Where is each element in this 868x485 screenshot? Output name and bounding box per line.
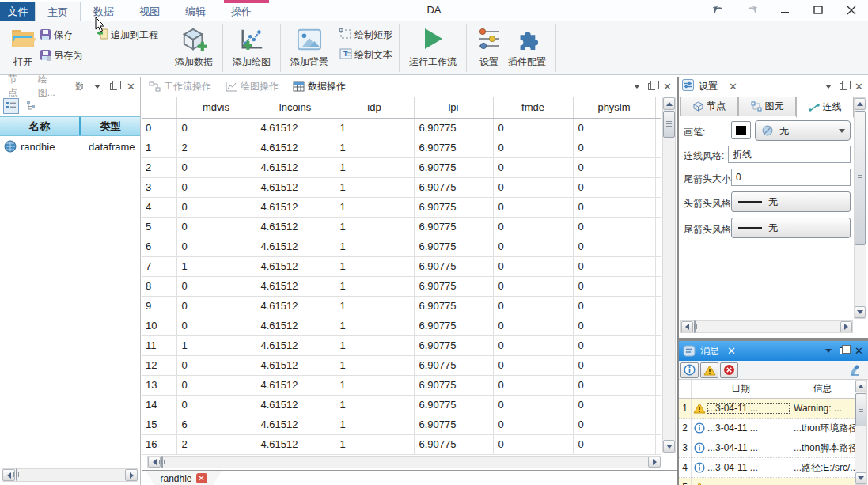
cell[interactable]: 0 [176,395,256,415]
menu-tab-3[interactable]: 视图 [127,2,172,21]
clear-messages-button[interactable] [849,364,862,377]
tab-plots[interactable]: 绘图... [38,73,65,100]
panel-menu-icon[interactable] [825,349,832,353]
cell[interactable]: 0 [493,276,573,296]
cell[interactable]: 1 [655,138,661,157]
column-header[interactable] [142,97,176,118]
cell[interactable]: 0 [493,316,573,335]
cell[interactable]: 1 [335,316,414,335]
cell[interactable]: 6.90775 [414,197,493,217]
cell[interactable]: 1 [335,217,414,237]
cell[interactable]: 0 [493,355,573,375]
cell[interactable]: 4.61512 [256,118,335,138]
cell[interactable]: 0 [573,355,655,375]
cell[interactable]: 0 [493,217,573,237]
cell[interactable]: 4.61512 [256,276,335,296]
cell[interactable]: 1 [335,296,414,316]
float-panel-icon[interactable] [840,83,847,90]
cell[interactable]: 6.90775 [414,415,493,434]
cell[interactable]: 0 [493,177,573,197]
cell[interactable]: 1 [335,237,414,256]
cell[interactable]: 4.61512 [256,157,335,177]
cell[interactable]: 0 [573,197,655,217]
column-header-info[interactable]: 信息 [790,380,855,398]
undo-icon[interactable] [711,3,726,17]
message-row[interactable]: 2...3-04-11 ......thon环境路径... [679,419,855,438]
close-panel-icon[interactable]: ✕ [855,346,863,356]
cell[interactable]: 0 [573,157,655,177]
cell[interactable]: 1 [335,177,414,197]
run-workflow-button[interactable]: 运行工作流 [406,24,460,73]
cell[interactable]: 0 [493,375,573,395]
cell[interactable]: 1 [655,118,661,138]
cell[interactable]: 0 [573,138,655,157]
cell[interactable]: 6.90775 [414,316,493,335]
close-panel-icon[interactable]: ✕ [663,81,672,92]
cell[interactable]: 6.90775 [414,118,493,138]
column-header[interactable]: idp [335,97,414,118]
cell[interactable]: 0 [493,296,573,316]
close-document-icon[interactable]: ✕ [196,473,207,483]
column-header[interactable]: lpi [414,97,493,118]
row-index[interactable]: 15 [142,415,176,434]
settings-vscrollbar[interactable] [854,97,866,319]
cell[interactable]: 1 [655,217,661,237]
redo-icon[interactable] [745,3,759,17]
cell[interactable]: 1 [655,276,661,296]
cell[interactable]: 4.61512 [256,197,335,217]
plugin-config-button[interactable]: 插件配置 [505,24,549,73]
cell[interactable]: 6.90775 [414,434,493,454]
cell[interactable]: 4.61512 [256,316,335,335]
filter-warning-button[interactable] [700,362,718,378]
cell[interactable]: 1 [655,157,661,177]
cell[interactable]: 4.61512 [256,375,335,395]
cell[interactable]: 6.90775 [414,256,493,276]
file-menu-button[interactable]: 文件 [0,2,36,21]
cell[interactable]: 2 [176,434,256,454]
row-index[interactable]: 7 [142,256,176,276]
cell[interactable]: 0 [573,177,655,197]
cell[interactable]: 1 [335,415,414,434]
column-header[interactable]: mdvis [176,97,256,118]
column-header-date[interactable]: 日期 [692,382,790,396]
row-index[interactable]: 12 [142,355,176,375]
filter-info-button[interactable] [680,362,699,378]
tab-plot-ops[interactable]: 绘图操作 [226,80,279,93]
row-index[interactable]: 8 [142,276,176,296]
message-vscrollbar[interactable] [855,380,867,485]
cell[interactable]: 1 [655,395,661,415]
add-plot-button[interactable]: 添加绘图 [229,24,274,73]
cell[interactable]: 4.61512 [256,395,335,415]
add-data-button[interactable]: 添加数据 [172,24,216,73]
row-index[interactable]: 2 [142,157,176,177]
cell[interactable]: 6.90775 [414,138,493,157]
cell[interactable]: 1 [655,434,661,454]
minimize-button[interactable] [778,3,792,17]
tree-view-button[interactable] [24,98,40,114]
cell[interactable]: 0 [493,157,573,177]
column-header[interactable] [655,97,661,118]
row-index[interactable]: 0 [142,118,176,138]
tab-overflow[interactable]: 数 [75,80,83,93]
cell[interactable]: 1 [335,157,414,177]
cell[interactable]: 6.90775 [414,375,493,395]
cell[interactable]: 0 [176,237,256,256]
cell[interactable]: 4.61512 [256,177,335,197]
cell[interactable]: 1 [335,355,414,375]
cell[interactable]: 6.90775 [414,355,493,375]
cell[interactable]: 0 [493,434,573,454]
data-grid-hscrollbar[interactable] [147,456,661,468]
close-message-tab-icon[interactable]: ✕ [727,345,736,357]
cell[interactable]: 0 [176,375,256,395]
menu-tab-5[interactable]: 操作 [218,2,264,21]
tab-link-settings[interactable]: 连线 [796,97,854,118]
row-index[interactable]: 10 [142,316,176,335]
pen-style-dropdown[interactable]: 无 [755,120,851,141]
cell[interactable]: 6.90775 [414,157,493,177]
cell[interactable]: 1 [335,256,414,276]
cell[interactable]: 1 [655,256,661,276]
tab-workflow-ops[interactable]: 工作流操作 [149,80,211,93]
draw-text-button[interactable]: T 绘制文本 [339,48,392,62]
column-header-type[interactable]: 类型 [81,117,140,135]
cell[interactable]: 0 [573,276,655,296]
